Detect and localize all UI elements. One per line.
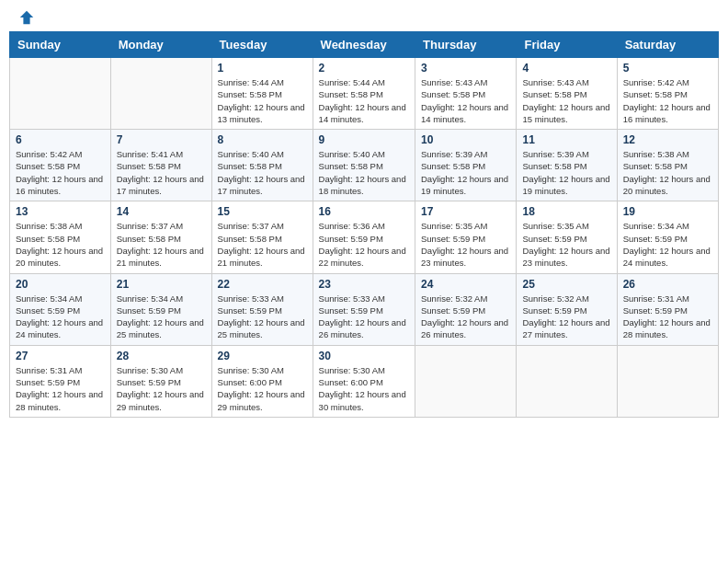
- calendar-cell: 21Sunrise: 5:34 AM Sunset: 5:59 PM Dayli…: [110, 273, 211, 345]
- day-info: Sunrise: 5:37 AM Sunset: 5:58 PM Dayligh…: [117, 220, 206, 269]
- calendar-cell: 11Sunrise: 5:39 AM Sunset: 5:58 PM Dayli…: [517, 130, 617, 201]
- day-info: Sunrise: 5:33 AM Sunset: 5:59 PM Dayligh…: [319, 293, 409, 341]
- day-number: 28: [117, 350, 206, 362]
- svg-marker-0: [20, 11, 33, 24]
- calendar-week-row: 6Sunrise: 5:42 AM Sunset: 5:58 PM Daylig…: [10, 130, 719, 201]
- day-number: 19: [623, 205, 712, 218]
- logo-icon: [18, 9, 35, 26]
- day-number: 26: [623, 278, 712, 291]
- weekday-header-saturday: Saturday: [617, 32, 718, 58]
- calendar-cell: 8Sunrise: 5:40 AM Sunset: 5:58 PM Daylig…: [211, 130, 313, 201]
- calendar-cell: 22Sunrise: 5:33 AM Sunset: 5:59 PM Dayli…: [211, 273, 313, 345]
- day-number: 24: [421, 278, 510, 291]
- calendar-cell: 3Sunrise: 5:43 AM Sunset: 5:58 PM Daylig…: [415, 58, 517, 130]
- day-info: Sunrise: 5:42 AM Sunset: 5:58 PM Dayligh…: [623, 76, 712, 125]
- day-number: 11: [522, 133, 610, 146]
- calendar-cell: 13Sunrise: 5:38 AM Sunset: 5:58 PM Dayli…: [10, 201, 111, 273]
- day-number: 12: [623, 133, 712, 146]
- calendar-cell: 19Sunrise: 5:34 AM Sunset: 5:59 PM Dayli…: [617, 201, 718, 273]
- weekday-header-tuesday: Tuesday: [211, 32, 313, 58]
- day-info: Sunrise: 5:32 AM Sunset: 5:59 PM Dayligh…: [421, 293, 510, 341]
- weekday-header-sunday: Sunday: [10, 32, 111, 58]
- calendar-week-row: 1Sunrise: 5:44 AM Sunset: 5:58 PM Daylig…: [10, 58, 719, 130]
- calendar-cell: 9Sunrise: 5:40 AM Sunset: 5:58 PM Daylig…: [313, 130, 415, 201]
- calendar-cell: [10, 58, 111, 130]
- day-info: Sunrise: 5:35 AM Sunset: 5:59 PM Dayligh…: [522, 220, 610, 269]
- day-info: Sunrise: 5:41 AM Sunset: 5:58 PM Dayligh…: [117, 148, 206, 197]
- day-info: Sunrise: 5:43 AM Sunset: 5:58 PM Dayligh…: [522, 76, 610, 125]
- calendar-cell: 25Sunrise: 5:32 AM Sunset: 5:59 PM Dayli…: [517, 273, 617, 345]
- calendar-cell: 17Sunrise: 5:35 AM Sunset: 5:59 PM Dayli…: [415, 201, 517, 273]
- calendar-cell: 4Sunrise: 5:43 AM Sunset: 5:58 PM Daylig…: [517, 58, 617, 130]
- calendar-cell: 26Sunrise: 5:31 AM Sunset: 5:59 PM Dayli…: [617, 273, 718, 345]
- day-number: 23: [319, 278, 409, 291]
- weekday-header-monday: Monday: [110, 32, 211, 58]
- day-number: 1: [218, 62, 307, 75]
- day-number: 15: [218, 205, 307, 218]
- calendar-cell: 2Sunrise: 5:44 AM Sunset: 5:58 PM Daylig…: [313, 58, 415, 130]
- day-info: Sunrise: 5:35 AM Sunset: 5:59 PM Dayligh…: [421, 220, 510, 269]
- page-header: [9, 9, 719, 26]
- calendar-cell: 7Sunrise: 5:41 AM Sunset: 5:58 PM Daylig…: [110, 130, 211, 201]
- day-info: Sunrise: 5:44 AM Sunset: 5:58 PM Dayligh…: [319, 76, 409, 125]
- calendar-cell: 6Sunrise: 5:42 AM Sunset: 5:58 PM Daylig…: [10, 130, 111, 201]
- day-info: Sunrise: 5:31 AM Sunset: 5:59 PM Dayligh…: [623, 293, 712, 341]
- calendar-cell: 20Sunrise: 5:34 AM Sunset: 5:59 PM Dayli…: [10, 273, 111, 345]
- calendar-cell: 10Sunrise: 5:39 AM Sunset: 5:58 PM Dayli…: [415, 130, 517, 201]
- day-info: Sunrise: 5:40 AM Sunset: 5:58 PM Dayligh…: [218, 148, 307, 197]
- calendar-cell: [617, 345, 718, 417]
- day-info: Sunrise: 5:44 AM Sunset: 5:58 PM Dayligh…: [218, 76, 307, 125]
- day-number: 20: [16, 278, 105, 291]
- day-info: Sunrise: 5:36 AM Sunset: 5:59 PM Dayligh…: [319, 220, 409, 269]
- calendar-cell: [110, 58, 211, 130]
- day-number: 30: [319, 350, 409, 362]
- calendar-header-row: SundayMondayTuesdayWednesdayThursdayFrid…: [10, 32, 719, 58]
- day-info: Sunrise: 5:38 AM Sunset: 5:58 PM Dayligh…: [623, 148, 712, 197]
- calendar-week-row: 20Sunrise: 5:34 AM Sunset: 5:59 PM Dayli…: [10, 273, 719, 345]
- day-number: 18: [522, 205, 610, 218]
- calendar-cell: 5Sunrise: 5:42 AM Sunset: 5:58 PM Daylig…: [617, 58, 718, 130]
- day-info: Sunrise: 5:30 AM Sunset: 6:00 PM Dayligh…: [218, 364, 307, 413]
- calendar-cell: [517, 345, 617, 417]
- weekday-header-thursday: Thursday: [415, 32, 517, 58]
- day-number: 16: [319, 205, 409, 218]
- calendar-cell: 1Sunrise: 5:44 AM Sunset: 5:58 PM Daylig…: [211, 58, 313, 130]
- calendar-cell: 28Sunrise: 5:30 AM Sunset: 5:59 PM Dayli…: [110, 345, 211, 417]
- calendar-cell: 29Sunrise: 5:30 AM Sunset: 6:00 PM Dayli…: [211, 345, 313, 417]
- day-number: 17: [421, 205, 510, 218]
- calendar-table: SundayMondayTuesdayWednesdayThursdayFrid…: [9, 31, 719, 418]
- day-info: Sunrise: 5:42 AM Sunset: 5:58 PM Dayligh…: [16, 148, 105, 197]
- calendar-cell: 18Sunrise: 5:35 AM Sunset: 5:59 PM Dayli…: [517, 201, 617, 273]
- calendar-cell: 27Sunrise: 5:31 AM Sunset: 5:59 PM Dayli…: [10, 345, 111, 417]
- calendar-cell: 24Sunrise: 5:32 AM Sunset: 5:59 PM Dayli…: [415, 273, 517, 345]
- day-number: 5: [623, 62, 712, 75]
- day-number: 6: [16, 133, 105, 146]
- day-info: Sunrise: 5:34 AM Sunset: 5:59 PM Dayligh…: [16, 293, 105, 341]
- day-info: Sunrise: 5:43 AM Sunset: 5:58 PM Dayligh…: [421, 76, 510, 125]
- day-number: 3: [421, 62, 510, 75]
- calendar-week-row: 27Sunrise: 5:31 AM Sunset: 5:59 PM Dayli…: [10, 345, 719, 417]
- day-info: Sunrise: 5:33 AM Sunset: 5:59 PM Dayligh…: [218, 293, 307, 341]
- day-number: 22: [218, 278, 307, 291]
- day-info: Sunrise: 5:30 AM Sunset: 6:00 PM Dayligh…: [319, 364, 409, 413]
- day-info: Sunrise: 5:40 AM Sunset: 5:58 PM Dayligh…: [319, 148, 409, 197]
- day-number: 4: [522, 62, 610, 75]
- day-info: Sunrise: 5:34 AM Sunset: 5:59 PM Dayligh…: [117, 293, 206, 341]
- calendar-cell: 14Sunrise: 5:37 AM Sunset: 5:58 PM Dayli…: [110, 201, 211, 273]
- day-number: 25: [522, 278, 610, 291]
- day-info: Sunrise: 5:38 AM Sunset: 5:58 PM Dayligh…: [16, 220, 105, 269]
- calendar-cell: 16Sunrise: 5:36 AM Sunset: 5:59 PM Dayli…: [313, 201, 415, 273]
- day-info: Sunrise: 5:30 AM Sunset: 5:59 PM Dayligh…: [117, 364, 206, 413]
- day-number: 2: [319, 62, 409, 75]
- day-info: Sunrise: 5:31 AM Sunset: 5:59 PM Dayligh…: [16, 364, 105, 413]
- day-number: 27: [16, 350, 105, 362]
- day-number: 10: [421, 133, 510, 146]
- day-number: 9: [319, 133, 409, 146]
- weekday-header-wednesday: Wednesday: [313, 32, 415, 58]
- day-number: 21: [117, 278, 206, 291]
- day-number: 14: [117, 205, 206, 218]
- calendar-week-row: 13Sunrise: 5:38 AM Sunset: 5:58 PM Dayli…: [10, 201, 719, 273]
- day-number: 13: [16, 205, 105, 218]
- day-info: Sunrise: 5:32 AM Sunset: 5:59 PM Dayligh…: [522, 293, 610, 341]
- day-number: 8: [218, 133, 307, 146]
